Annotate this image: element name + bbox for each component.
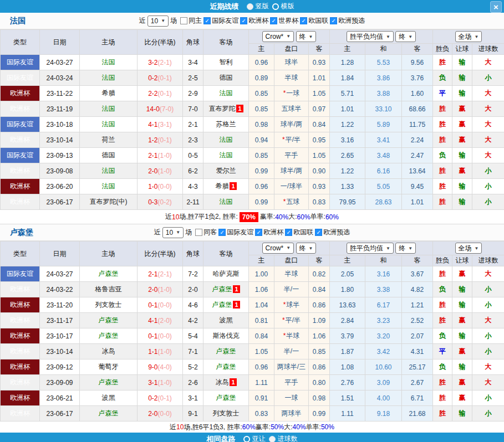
odds-stage-select[interactable]: 终▼ <box>395 31 416 42</box>
handicap-away-odds: 0.80 <box>309 375 330 390</box>
odds-stage-select[interactable]: 终▼ <box>395 243 416 254</box>
draw-odds: 3.86 <box>365 70 402 86</box>
score: 1-0(0-0) <box>138 179 183 194</box>
result-handicap: 输 <box>452 70 472 86</box>
radio-option[interactable]: 亚让 <box>243 434 266 442</box>
filter-checkbox[interactable]: ✓欧洲预选 <box>315 228 350 237</box>
checkbox-icon[interactable]: ✓ <box>300 17 307 24</box>
score-full: 2-1 <box>148 270 157 278</box>
away-team: 法国 <box>203 194 249 210</box>
result-handicap: 赢 <box>452 313 472 328</box>
match-count-select[interactable]: 10▼ <box>147 16 169 27</box>
match-count-select[interactable]: 10▼ <box>162 227 184 238</box>
handicap-home-odds: 0.89 <box>249 70 274 86</box>
match-date: 23-11-22 <box>40 86 80 101</box>
corner-score: 7-0 <box>183 101 203 117</box>
handicap-home-odds: 0.85 <box>249 86 274 101</box>
handicap-away-odds: 0.95 <box>309 132 330 148</box>
checkbox-icon[interactable]: ✓ <box>270 17 277 24</box>
radio-label: 横版 <box>281 2 294 11</box>
checkbox-label: 欧国联 <box>308 16 328 25</box>
win-odds: 13.63 <box>330 297 365 313</box>
bookmaker-select[interactable]: Crow*▼ <box>262 31 294 42</box>
filter-checkbox[interactable]: ✓国际友谊 <box>203 16 238 25</box>
draw-odds: 5.53 <box>365 55 402 70</box>
win-odds: 1.11 <box>330 406 365 422</box>
filter-checkbox[interactable]: ✓国际友谊 <box>218 228 253 237</box>
match-type: 国际友谊 <box>1 266 40 282</box>
bookmaker-select[interactable]: Crow*▼ <box>262 243 294 254</box>
draw-odds: 6.16 <box>365 163 402 179</box>
radio-icon[interactable] <box>269 436 276 442</box>
checkbox-icon[interactable]: ✓ <box>203 17 211 24</box>
score-half: (1-0) <box>158 348 172 356</box>
home-team: 法国 <box>80 179 138 194</box>
checkbox-icon[interactable]: ✓ <box>285 229 292 236</box>
table-row: 欧洲杯 23-11-19 法国 14-0(7-0) 7-0 直布罗陀1 0.85… <box>1 101 504 117</box>
scope-select[interactable]: 全场▼ <box>455 243 482 254</box>
odds-avg-select[interactable]: 胜平负均值▼ <box>347 243 394 254</box>
filter-checkbox[interactable]: ✓欧国联 <box>300 16 328 25</box>
result-handicap: 输 <box>452 328 472 344</box>
radio-option[interactable]: 竖版 <box>247 2 269 11</box>
handicap-home-odds: 0.96 <box>249 179 274 194</box>
score-full: 2-2 <box>148 90 157 97</box>
radio-icon[interactable] <box>272 3 279 10</box>
filter-checkbox[interactable]: ✓世界杯 <box>270 16 298 25</box>
close-button[interactable]: × <box>490 1 502 13</box>
competition-filters: 同客✓国际友谊✓欧洲杯✓欧国联✓欧洲预选 <box>194 228 350 237</box>
radio-option[interactable]: 进球数 <box>269 434 298 442</box>
result-wdl: 负 <box>433 328 452 344</box>
away-team: 斯洛伐克 <box>203 328 249 344</box>
handicap-stage-select[interactable]: 终▼ <box>296 243 317 254</box>
checkbox-icon[interactable] <box>195 229 202 236</box>
lose-odds: 2.52 <box>402 313 433 328</box>
result-goals: 大 <box>472 148 504 163</box>
radio-option[interactable]: 横版 <box>272 2 294 11</box>
lose-odds: 4.31 <box>402 344 433 359</box>
filter-checkbox[interactable]: ✓欧国联 <box>285 228 313 237</box>
result-wdl: 平 <box>433 344 452 359</box>
filter-checkbox[interactable]: ✓欧洲杯 <box>255 228 283 237</box>
checkbox-icon[interactable]: ✓ <box>255 229 262 236</box>
radio-icon[interactable] <box>247 3 253 10</box>
result-handicap: 赢 <box>452 101 472 117</box>
corner-score: 9-1 <box>183 406 203 422</box>
checkbox-icon[interactable]: ✓ <box>330 17 337 24</box>
away-team-name: 希腊 <box>215 182 228 190</box>
red-card-badge: 1 <box>230 182 236 190</box>
result-goals: 大 <box>472 266 504 282</box>
score: 2-2(0-1) <box>138 86 183 101</box>
filter-checkbox[interactable]: ✓欧洲杯 <box>240 16 268 25</box>
table-row: 国际友谊 24-03-27 法国 3-2(2-1) 3-4 智利 0.96 球半… <box>1 55 504 70</box>
handicap-stage-select[interactable]: 终▼ <box>296 31 317 42</box>
lose-odds: 68.66 <box>402 101 433 117</box>
odds-avg-select[interactable]: 胜平负均值▼ <box>347 31 394 42</box>
result-goals: 小 <box>472 390 504 406</box>
score: 3-1(1-0) <box>138 375 183 390</box>
away-team-name: 法国 <box>220 89 233 97</box>
checkbox-icon[interactable]: ✓ <box>315 229 322 236</box>
score-full: 3-1 <box>148 379 157 387</box>
summary-segment: 60% <box>325 213 339 221</box>
filter-checkbox[interactable]: 同客 <box>195 228 217 237</box>
corner-score: 4-6 <box>183 297 203 313</box>
away-team: 苏格兰 <box>203 117 249 132</box>
filter-checkbox[interactable]: ✓欧洲预选 <box>330 16 365 25</box>
radio-icon[interactable] <box>243 436 250 442</box>
filter-checkbox[interactable]: 同主 <box>180 16 202 25</box>
result-wdl: 胜 <box>433 406 452 422</box>
score-half: (0-1) <box>158 90 172 97</box>
chevron-down-icon: ▼ <box>386 246 390 251</box>
checkbox-icon[interactable] <box>180 17 187 24</box>
games-label: 场 <box>185 228 192 237</box>
home-team: 卢森堡 <box>80 266 138 282</box>
chevron-down-icon: ▼ <box>286 245 291 250</box>
checkbox-icon[interactable]: ✓ <box>218 229 226 236</box>
checkbox-icon[interactable]: ✓ <box>240 17 247 24</box>
result-handicap: 赢 <box>452 163 472 179</box>
scope-select[interactable]: 全场▼ <box>455 31 482 42</box>
score-full: 0-2 <box>148 394 157 402</box>
france-matches-table: 类型 日期 主场 比分(半场) 角球 客场 Crow*▼ 终▼ 胜平负均值▼ 终… <box>0 29 504 210</box>
handicap-home-odds: 1.04 <box>249 297 274 313</box>
